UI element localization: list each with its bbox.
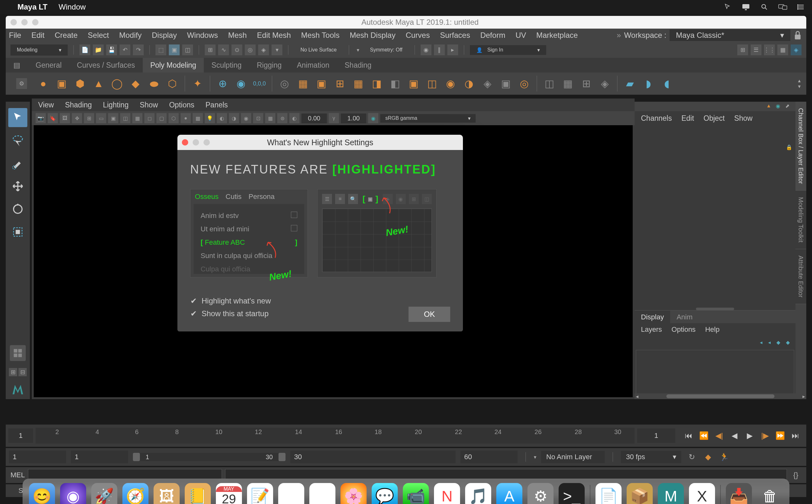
maps-icon[interactable]: 🗺 [309, 483, 335, 504]
facetime-icon[interactable]: 📹 [403, 483, 429, 504]
play-back-icon[interactable]: ◀ [728, 429, 741, 442]
select-object-icon[interactable]: ▣ [169, 44, 180, 55]
messages-icon[interactable]: 💬 [372, 483, 398, 504]
shelf-tab-animation[interactable]: Animation [289, 58, 337, 73]
select-tool[interactable] [8, 108, 27, 127]
step-forward-key-icon[interactable]: ⏩ [774, 429, 787, 442]
go-to-start-icon[interactable]: ⏮ [682, 429, 695, 442]
range-slider-track[interactable]: 1 30 [133, 453, 285, 461]
itunes-icon[interactable]: 🎵 [465, 483, 491, 504]
vp-menu-lighting[interactable]: Lighting [103, 101, 129, 109]
shelf-tab-curves[interactable]: Curves / Surfaces [69, 58, 143, 73]
fps-dropdown[interactable]: 30 fps ▾ [621, 451, 681, 463]
snap-projected-icon[interactable]: ◎ [245, 44, 256, 55]
save-scene-icon[interactable]: 💾 [106, 44, 117, 55]
gear-icon[interactable]: ⚙ [16, 78, 27, 89]
resolution-gate-icon[interactable]: ▣ [108, 113, 118, 123]
shadows-icon[interactable]: ◐ [217, 113, 227, 123]
render-settings-icon[interactable]: ▸ [447, 44, 458, 55]
range-handle-end-icon[interactable] [278, 453, 285, 461]
extrude-icon[interactable]: ◫ [542, 76, 557, 92]
gamma-icon[interactable]: γ [329, 113, 339, 123]
horizontal-scrollbar[interactable]: ◂ ▸ [635, 393, 806, 399]
poly-cone-icon[interactable]: ▲ [91, 76, 106, 92]
scroll-left-icon[interactable]: ◂ [636, 393, 638, 399]
show-startup-checkbox[interactable]: ✔ Show this at startup [190, 309, 271, 318]
scroll-right-icon[interactable]: ▸ [802, 393, 805, 399]
step-back-icon[interactable]: ◀| [713, 429, 726, 442]
snap-live-icon[interactable]: ▾ [271, 44, 282, 55]
grid-icon[interactable]: ⊞ [84, 113, 94, 123]
menu-edit-mesh[interactable]: Edit Mesh [257, 31, 291, 40]
superellipse-icon[interactable]: ◉ [233, 76, 249, 92]
launchpad-icon[interactable]: 🚀 [91, 483, 117, 504]
preview-icon[interactable]: 🖼 [153, 483, 180, 504]
time-slider-ruler[interactable]: 2 4 6 8 10 12 14 16 18 20 22 24 26 28 30 [36, 428, 635, 444]
render-icon[interactable]: ◉ [421, 44, 432, 55]
poly-type-icon[interactable]: ✦ [189, 76, 205, 92]
gate-mask-icon[interactable]: ◫ [120, 113, 130, 123]
h-xray-icon[interactable]: ☰ [751, 44, 761, 55]
xray-icon[interactable]: ▦ [265, 113, 275, 123]
maya-logo-icon[interactable] [8, 380, 27, 399]
box-icon[interactable]: ▦ [777, 44, 788, 55]
active-panel-icon[interactable]: ◈ [791, 44, 802, 55]
timeline-start-frame[interactable]: 1 [8, 428, 33, 443]
lock-icon[interactable]: 🔒 [786, 144, 792, 150]
scale-tool[interactable] [8, 222, 27, 242]
shelf-menu-icon[interactable]: ▤ [13, 61, 20, 70]
vp-menu-panels[interactable]: Panels [205, 101, 228, 109]
notes-icon[interactable]: 📝 [247, 483, 273, 504]
playback-start-input[interactable] [71, 451, 128, 463]
lights-icon[interactable]: 💡 [205, 113, 215, 123]
lock-icon[interactable] [794, 31, 803, 40]
menu-mesh-tools[interactable]: Mesh Tools [301, 31, 339, 40]
poly-sphere-icon[interactable]: ● [35, 76, 51, 92]
step-back-key-icon[interactable]: ⏪ [698, 429, 710, 442]
extract-icon[interactable]: ▣ [313, 76, 329, 92]
script-type-label[interactable]: MEL [10, 471, 25, 479]
new-layer-assign-icon[interactable]: ◆ [786, 339, 790, 345]
symmetry-label[interactable]: Symmetry: Off [364, 47, 409, 53]
new-layer-icon[interactable]: ◆ [776, 339, 780, 345]
rc-menu-channels[interactable]: Channels [641, 114, 672, 123]
layout-single-icon[interactable]: ⊞ [9, 368, 17, 376]
field-chart-icon[interactable]: ▦ [132, 113, 142, 123]
layout-four-icon[interactable]: ⊟ [18, 368, 27, 376]
vtab-attribute-editor[interactable]: Attribute Editor [795, 249, 806, 304]
shelf-tab-sculpting[interactable]: Sculpting [204, 58, 249, 73]
select-component-icon[interactable]: ◫ [182, 44, 193, 55]
bookmark-icon[interactable]: 🔖 [48, 113, 58, 123]
screens-icon[interactable] [778, 3, 787, 11]
redo-icon[interactable]: ↷ [133, 44, 144, 55]
vtab-channel-box[interactable]: Channel Box / Layer Editor [795, 102, 806, 191]
smooth-shade-icon[interactable]: ● [181, 113, 191, 123]
exposure-icon[interactable]: ◐ [289, 113, 299, 123]
last-tool[interactable] [10, 345, 26, 361]
combine-icon[interactable]: ◎ [276, 76, 292, 92]
move-layer-up-icon[interactable]: ◂ [760, 339, 762, 345]
move-layer-down-icon[interactable]: ◂ [768, 339, 771, 345]
lasso-tool[interactable] [8, 131, 27, 150]
spotlight-icon[interactable] [760, 3, 769, 11]
minimize-window-icon[interactable] [21, 19, 28, 25]
signin-button[interactable]: 👤 Sign In ▾ [470, 45, 546, 55]
bridge-icon[interactable]: ▣ [498, 76, 514, 92]
undo-icon[interactable]: ↶ [119, 44, 130, 55]
menu-marketplace[interactable]: Marketplace [536, 31, 578, 40]
safe-action-icon[interactable]: ◻ [144, 113, 154, 123]
snap-curve-icon[interactable]: ∿ [218, 44, 229, 55]
poly-disc-icon[interactable]: ⬬ [146, 76, 162, 92]
sculpt-icon[interactable]: ▰ [622, 76, 638, 92]
calendar-icon[interactable]: MAY29 [216, 483, 242, 504]
menu-file[interactable]: File [9, 31, 21, 40]
downloads-icon[interactable]: 📥 [726, 483, 752, 504]
safari-icon[interactable]: 🧭 [122, 483, 148, 504]
target-weld-icon[interactable]: ◈ [597, 76, 613, 92]
app-menu[interactable]: Maya LT [17, 3, 47, 11]
layer-menu-help[interactable]: Help [705, 325, 720, 334]
xcode-icon[interactable]: X [689, 483, 715, 504]
menu-select[interactable]: Select [88, 31, 109, 40]
remesh-icon[interactable]: ◧ [387, 76, 403, 92]
shelf-tab-poly[interactable]: Poly Modeling [143, 58, 204, 73]
